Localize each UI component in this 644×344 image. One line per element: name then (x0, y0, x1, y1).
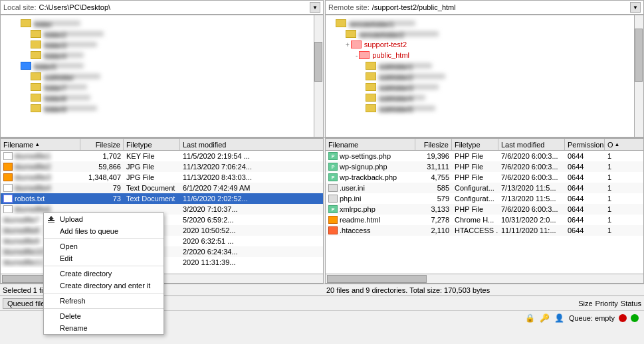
context-menu-delete[interactable]: Delete (44, 310, 163, 322)
scrollbar-thumb (635, 29, 643, 82)
folder-icon (31, 72, 41, 80)
file-row[interactable]: .htaccess 2,110 HTACCESS ... 11/11/2020 … (326, 225, 643, 236)
file-row[interactable]: P wp-settings.php 19,396 PHP File 7/6/20… (326, 151, 643, 161)
context-menu-open[interactable]: Open (44, 240, 163, 252)
folder-icon (366, 104, 376, 112)
file-cell-perms: 0644 (565, 193, 605, 204)
file-row[interactable]: P xmlrpc.php 3,133 PHP File 7/6/2020 6:0… (326, 204, 643, 215)
file-cell-type: Text Document (124, 183, 180, 193)
tree-item[interactable]: remotefolder1 (329, 18, 643, 29)
file-cell-perms: 0644 (565, 183, 605, 193)
jpg-file-icon (3, 163, 13, 171)
file-cell-owner: 1 (605, 172, 643, 183)
robots-txt-row[interactable]: robots.txt 73 Text Document 11/6/2020 2:… (1, 193, 323, 204)
right-tree-content[interactable]: remotefolder1 remotefolder2 + support-te… (326, 15, 643, 137)
tree-item-text: folder8 (44, 95, 90, 100)
left-tree-scrollbar[interactable] (314, 15, 323, 137)
col-header-modified[interactable]: Last modified (180, 139, 323, 150)
file-row[interactable]: blurredfile4 79 Text Document 6/1/2020 7… (1, 183, 323, 193)
file-cell-modified: 2020 6:32:51 ... (180, 236, 323, 246)
file-row[interactable]: .user.ini 585 Configurat... 7/13/2020 11… (326, 183, 643, 193)
tree-item[interactable]: folder4 (14, 50, 323, 60)
tree-item[interactable]: folder8 (14, 92, 323, 103)
folder-icon (346, 30, 356, 38)
file-row[interactable]: P wp-signup.php 31,111 PHP File 7/6/2020… (326, 161, 643, 172)
file-cell-name: blurredfile4 (1, 183, 80, 193)
tree-item[interactable]: folder9 (14, 103, 323, 114)
tree-item-text: folder9 (44, 106, 97, 111)
col-header-filetype[interactable]: Filetype (452, 139, 498, 150)
svg-rect-2 (48, 222, 54, 222)
right-status: 20 files and 9 directories. Total size: … (326, 286, 641, 294)
tree-item-text: subfolder2 (379, 74, 445, 79)
file-cell-perms: 0644 (565, 172, 605, 183)
file-row[interactable]: blurredfile2 59,866 JPG File 11/13/2020 … (1, 161, 323, 172)
public-html-label: public_html (372, 51, 409, 59)
remote-path-dropdown[interactable]: ▼ (630, 2, 641, 13)
col-header-filesize[interactable]: Filesize (80, 139, 124, 150)
file-row[interactable]: php.ini 579 Configurat... 7/13/2020 11:5… (326, 193, 643, 204)
context-menu-edit[interactable]: Edit (44, 252, 163, 264)
col-header-filesize[interactable]: Filesize (415, 139, 452, 150)
tree-item[interactable]: subfolder1 (329, 60, 643, 71)
tree-item[interactable]: folder2 (14, 29, 323, 39)
file-cell-modified: 7/13/2020 11:5... (498, 193, 565, 204)
file-row[interactable]: readme.html 7,278 Chrome H... 10/31/2020… (326, 215, 643, 225)
tree-item[interactable]: folder5 (14, 60, 323, 71)
left-tree-panel: folder folder2 folder3 folder4 (0, 15, 324, 137)
file-cell-modified: 7/6/2020 6:00:3... (498, 151, 565, 161)
file-row[interactable]: P wp-trackback.php 4,755 PHP File 7/6/20… (326, 172, 643, 183)
file-cell-perms: 0644 (565, 204, 605, 215)
folder-icon (366, 83, 376, 91)
file-row[interactable]: blurredfile1 1,702 KEY File 11/5/2020 2:… (1, 151, 323, 161)
context-menu-create-dir-enter[interactable]: Create directory and enter it (44, 280, 163, 292)
context-menu-rename[interactable]: Rename (44, 322, 163, 334)
tree-item[interactable]: subfolder (14, 71, 323, 82)
tree-item[interactable]: subfolder2 (329, 71, 643, 82)
support-test2-item[interactable]: + support-test2 (329, 39, 643, 50)
file-cell-type: JPG File (124, 161, 180, 172)
file-cell-modified: 7/6/2020 6:00:3... (498, 161, 565, 172)
text-file-icon (3, 195, 13, 203)
file-cell-owner: 1 (605, 161, 643, 172)
public-html-item[interactable]: - public_html (329, 50, 643, 60)
col-header-permissions[interactable]: Permissions (565, 139, 605, 150)
priority-col-label: Priority (595, 300, 618, 307)
col-header-filetype[interactable]: Filetype (124, 139, 180, 150)
file-cell-modified: 2020 10:50:52... (180, 225, 323, 236)
tree-item-text: subfolder1 (379, 63, 432, 68)
file-cell-modified: 11/11/2020 11:... (498, 225, 565, 236)
tree-item-text: remotefolder2 (359, 31, 439, 37)
right-tree-scrollbar[interactable] (634, 15, 643, 137)
php-icon: P (328, 163, 338, 171)
col-header-filename[interactable]: Filename ▲ (1, 139, 80, 150)
context-menu-add-queue[interactable]: Add files to queue (44, 225, 163, 237)
context-menu-refresh[interactable]: Refresh (44, 295, 163, 307)
tree-item[interactable]: subfolder5 (329, 103, 643, 114)
local-path-dropdown[interactable]: ▼ (310, 2, 320, 13)
right-file-rows[interactable]: P wp-settings.php 19,396 PHP File 7/6/20… (326, 151, 643, 274)
left-tree-content[interactable]: folder folder2 folder3 folder4 (1, 15, 323, 137)
tree-item[interactable]: folder7 (14, 82, 323, 92)
col-header-modified[interactable]: Last modified (498, 139, 565, 150)
tree-item[interactable]: folder3 (14, 39, 323, 50)
tree-item[interactable]: folder (14, 18, 323, 29)
file-cell-name: php.ini (326, 193, 415, 204)
tree-item[interactable]: remotefolder2 (329, 29, 643, 39)
right-h-scrollbar[interactable] (326, 274, 643, 283)
col-header-filename[interactable]: Filename (326, 139, 415, 150)
col-header-owner[interactable]: O ▲ (605, 139, 643, 150)
support-test2-label: support-test2 (364, 41, 407, 48)
tree-item[interactable]: subfolder4 (329, 92, 643, 103)
file-cell-name: .htaccess (326, 225, 415, 236)
context-menu-create-dir[interactable]: Create directory (44, 268, 163, 280)
file-row[interactable]: blurredfile3 1,348,407 JPG File 11/13/20… (1, 172, 323, 183)
tree-item-text: folder2 (44, 31, 104, 37)
file-cell-type: KEY File (124, 151, 180, 161)
tree-item-text: subfolder5 (379, 106, 435, 111)
folder-icon (359, 51, 370, 59)
context-menu-upload[interactable]: Upload (44, 213, 163, 225)
queue-empty-label: Queue: empty (569, 314, 615, 322)
file-cell-name: P wp-signup.php (326, 161, 415, 172)
tree-item[interactable]: subfolder3 (329, 82, 643, 92)
